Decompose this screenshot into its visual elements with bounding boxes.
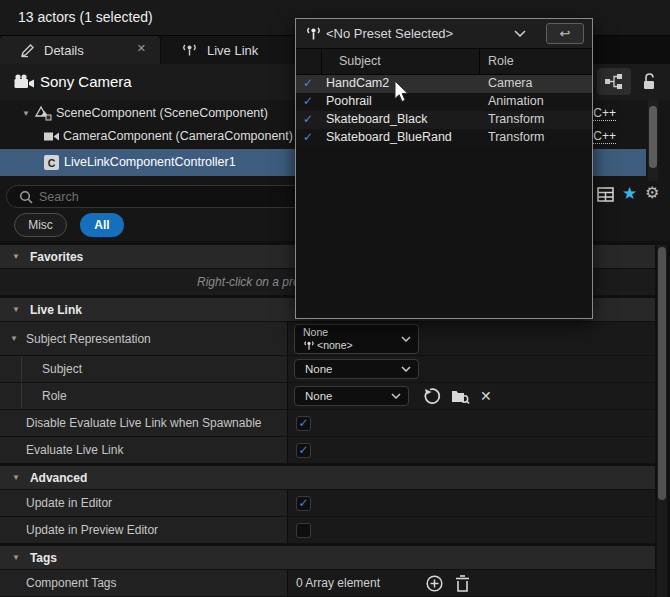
search-placeholder: Search <box>39 190 79 204</box>
check-icon: ✓ <box>298 497 308 509</box>
actor-count-label: 13 actors (1 selected) <box>18 9 153 25</box>
tree-row-label: LiveLinkComponentController1 <box>64 155 236 169</box>
tree-scrollbar[interactable] <box>648 100 658 181</box>
check-icon[interactable]: ✓ <box>303 112 313 126</box>
property-row-disable-evaluate: Disable Evaluate Live Link when Spawnabl… <box>0 410 655 436</box>
subject-row[interactable]: ✓ Poohrail Animation <box>296 93 592 111</box>
popup-column-headers: Subject Role <box>296 49 592 75</box>
check-icon[interactable]: ✓ <box>303 130 313 144</box>
favorites-star-icon[interactable]: ★ <box>622 183 637 204</box>
display-settings-icon[interactable] <box>597 187 614 202</box>
subject-role: Animation <box>488 94 544 108</box>
checkbox-checked[interactable]: ✓ <box>296 496 311 511</box>
section-label: Favorites <box>30 250 83 264</box>
property-row-subject: Subject None <box>0 356 655 382</box>
chevron-down-icon[interactable]: ▼ <box>10 334 18 343</box>
tab-live-link[interactable]: Live Link <box>161 36 298 64</box>
subject-role: Camera <box>488 76 532 90</box>
subject-dropdown[interactable]: None <box>294 359 419 379</box>
property-label: Subject <box>42 362 82 376</box>
undo-icon: ↩ <box>560 26 571 41</box>
checkbox-unchecked[interactable] <box>296 523 311 538</box>
section-label: Tags <box>30 551 57 565</box>
dropdown-value: None <box>305 390 333 402</box>
section-header-advanced[interactable]: ▼ Advanced <box>0 466 655 489</box>
tab-live-link-label: Live Link <box>207 43 258 58</box>
subject-name: Poohrail <box>326 94 372 108</box>
node-graph-icon <box>604 73 624 90</box>
chevron-down-icon: ▼ <box>12 305 20 314</box>
chevron-down-icon <box>401 366 411 372</box>
check-icon: ✓ <box>298 417 308 429</box>
clear-icon[interactable]: ✕ <box>480 388 492 404</box>
property-label: Subject Representation <box>26 332 151 346</box>
dropdown-value: None <box>305 363 333 375</box>
chevron-down-icon: ▼ <box>12 473 20 482</box>
live-link-antenna-icon <box>303 340 315 351</box>
close-icon[interactable]: ✕ <box>137 42 146 55</box>
check-icon[interactable]: ✓ <box>303 94 313 108</box>
gear-icon[interactable]: ⚙ <box>645 183 659 202</box>
filter-all-button[interactable]: All <box>80 213 124 237</box>
mouse-cursor <box>394 80 410 104</box>
add-element-icon[interactable] <box>426 575 443 592</box>
live-link-antenna-icon <box>305 26 322 41</box>
role-dropdown[interactable]: None <box>294 386 409 406</box>
checkbox-checked[interactable]: ✓ <box>296 416 311 431</box>
property-label: Update in Preview Editor <box>26 523 158 537</box>
section-header-tags[interactable]: ▼ Tags <box>0 546 655 569</box>
preset-selector-value[interactable]: <No Preset Selected> <box>326 26 453 41</box>
subject-row[interactable]: ✓ Skateboard_Black Transform <box>296 111 592 129</box>
tab-details-label: Details <box>44 43 84 58</box>
chevron-down-icon: ▼ <box>12 553 20 562</box>
property-label: Update in Editor <box>26 496 112 510</box>
subject-name: Skateboard_Black <box>326 112 427 126</box>
subject-row[interactable]: ✓ HandCam2 Camera <box>296 75 592 93</box>
live-link-antenna-icon <box>181 43 198 58</box>
properties-scrollbar[interactable] <box>657 245 667 597</box>
subject-role: Transform <box>488 130 545 144</box>
tree-scrollbar-thumb[interactable] <box>649 106 657 168</box>
property-label: Disable Evaluate Live Link when Spawnabl… <box>26 416 261 430</box>
details-panel-window: 13 actors (1 selected) Details ✕ Live Li… <box>0 0 670 597</box>
column-header-subject[interactable]: Subject <box>339 54 381 68</box>
column-header-role[interactable]: Role <box>488 54 514 68</box>
section-label: Live Link <box>30 303 82 317</box>
tab-details[interactable]: Details ✕ <box>0 36 160 64</box>
favorites-hint-text: Right-click on a pro <box>197 275 300 289</box>
filter-misc-button[interactable]: Misc <box>14 213 67 237</box>
use-selected-asset-icon[interactable] <box>423 387 441 405</box>
camera-actor-icon <box>13 72 37 92</box>
chevron-down-icon[interactable] <box>514 30 526 37</box>
array-element-count: 0 Array element <box>296 576 380 590</box>
chevron-down-icon: ▼ <box>12 252 20 261</box>
browse-to-asset-icon[interactable] <box>451 388 470 404</box>
subject-representation-dropdown[interactable]: None <none> <box>294 324 419 354</box>
column-divider <box>321 49 322 74</box>
unlock-icon[interactable] <box>641 72 657 91</box>
search-icon <box>19 190 34 205</box>
tree-row-label: SceneComponent (SceneComponent) <box>56 106 268 120</box>
property-label: Evaluate Live Link <box>26 443 123 457</box>
component-c-icon: C <box>44 155 59 170</box>
live-link-subjects-popup: <No Preset Selected> ↩ Subject Role ✓ Ha… <box>295 18 593 319</box>
property-row-role: Role None ✕ <box>0 383 655 409</box>
tree-row-label: CameraComponent (CameraComponent) <box>63 129 293 143</box>
delete-trash-icon[interactable] <box>455 575 470 592</box>
subject-role: Transform <box>488 112 545 126</box>
revert-preset-button[interactable]: ↩ <box>546 23 584 44</box>
selected-object-title: Sony Camera <box>40 73 132 90</box>
popup-header: <No Preset Selected> ↩ <box>296 19 592 49</box>
property-label: Role <box>42 389 67 403</box>
chevron-down-icon[interactable]: ▼ <box>22 109 30 118</box>
properties-scrollbar-thumb[interactable] <box>658 247 666 500</box>
open-blueprint-button[interactable] <box>597 68 631 95</box>
checkbox-checked[interactable]: ✓ <box>296 443 311 458</box>
check-icon[interactable]: ✓ <box>303 76 313 90</box>
subject-row[interactable]: ✓ Skateboard_BlueRand Transform <box>296 129 592 147</box>
property-row-evaluate: Evaluate Live Link ✓ <box>0 437 655 463</box>
check-icon: ✓ <box>298 444 308 456</box>
indent-guide <box>21 356 22 382</box>
indent-guide <box>21 383 22 409</box>
property-label: Component Tags <box>26 576 117 590</box>
